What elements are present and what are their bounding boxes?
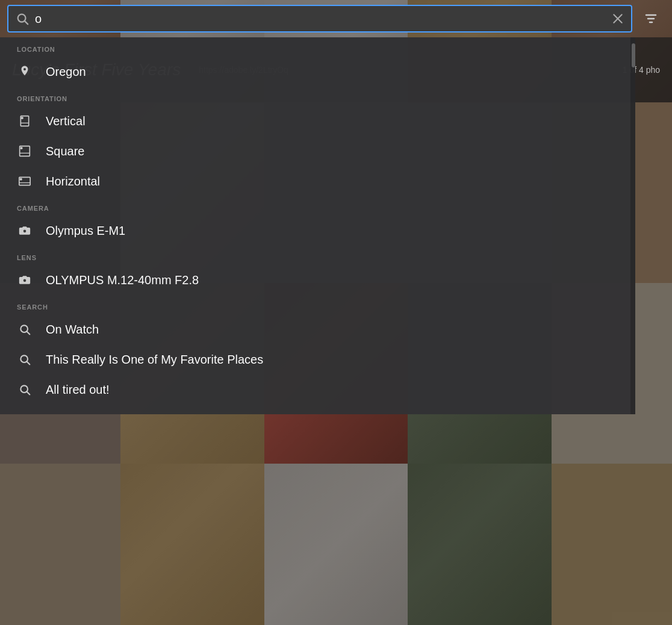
horizontal-item[interactable]: Horizontal xyxy=(0,166,635,196)
oregon-label: Oregon xyxy=(46,65,86,79)
search-section-label: SEARCH xyxy=(0,295,635,314)
lens-section: LENS OLYMPUS M.12-40mm F2.8 xyxy=(0,246,635,295)
favorite-places-item[interactable]: This Really Is One of My Favorite Places xyxy=(0,344,635,375)
svg-point-15 xyxy=(23,229,26,233)
vertical-label: Vertical xyxy=(46,114,86,128)
favorite-places-label: This Really Is One of My Favorite Places xyxy=(46,353,263,367)
search-section: SEARCH On Watch This Really Is One of My… xyxy=(0,295,635,405)
svg-line-18 xyxy=(27,332,30,335)
clear-search-button[interactable] xyxy=(612,13,624,25)
search-icon xyxy=(16,12,29,25)
on-watch-item[interactable]: On Watch xyxy=(0,314,635,344)
search-dropdown: LOCATION Oregon ORIENTATION Vertical xyxy=(0,37,635,414)
square-item[interactable]: Square xyxy=(0,136,635,166)
oregon-item[interactable]: Oregon xyxy=(0,57,635,87)
olympus-lens-item[interactable]: OLYMPUS M.12-40mm F2.8 xyxy=(0,265,635,295)
filter-button[interactable] xyxy=(637,5,665,33)
vertical-item[interactable]: Vertical xyxy=(0,106,635,136)
pin-icon xyxy=(17,64,33,79)
square-label: Square xyxy=(46,145,85,158)
olympus-em1-label: Olympus E-M1 xyxy=(46,224,125,238)
camera-section: CAMERA Olympus E-M1 xyxy=(0,196,635,246)
location-section-label: LOCATION xyxy=(0,37,635,57)
square-image-icon xyxy=(17,143,33,159)
favorite-places-search-icon xyxy=(17,352,33,367)
orientation-section: ORIENTATION Vertical Square xyxy=(0,87,635,196)
search-bar xyxy=(0,0,672,37)
on-watch-search-icon xyxy=(17,322,33,337)
camera-icon xyxy=(17,223,33,238)
olympus-lens-label: OLYMPUS M.12-40mm F2.8 xyxy=(46,273,199,287)
all-tired-out-item[interactable]: All tired out! xyxy=(0,375,635,405)
scrollbar-thumb xyxy=(632,43,635,67)
horizontal-label: Horizontal xyxy=(46,175,100,188)
orientation-section-label: ORIENTATION xyxy=(0,87,635,106)
svg-line-20 xyxy=(27,362,30,365)
location-section: LOCATION Oregon xyxy=(0,37,635,87)
all-tired-out-label: All tired out! xyxy=(46,383,110,397)
on-watch-label: On Watch xyxy=(46,323,99,337)
svg-point-16 xyxy=(23,279,26,282)
search-input[interactable] xyxy=(35,12,606,26)
svg-point-14 xyxy=(20,178,22,180)
svg-line-1 xyxy=(25,21,28,24)
olympus-em1-item[interactable]: Olympus E-M1 xyxy=(0,216,635,246)
svg-point-11 xyxy=(20,148,22,149)
horizontal-image-icon xyxy=(17,173,33,189)
lens-section-label: LENS xyxy=(0,246,635,265)
svg-point-8 xyxy=(22,117,23,119)
search-container xyxy=(7,5,632,33)
all-tired-out-search-icon xyxy=(17,382,33,397)
lens-icon xyxy=(17,272,33,288)
vertical-image-icon xyxy=(17,113,33,129)
dropdown-scrollbar[interactable] xyxy=(630,37,635,414)
svg-line-22 xyxy=(27,392,30,395)
camera-section-label: CAMERA xyxy=(0,196,635,216)
